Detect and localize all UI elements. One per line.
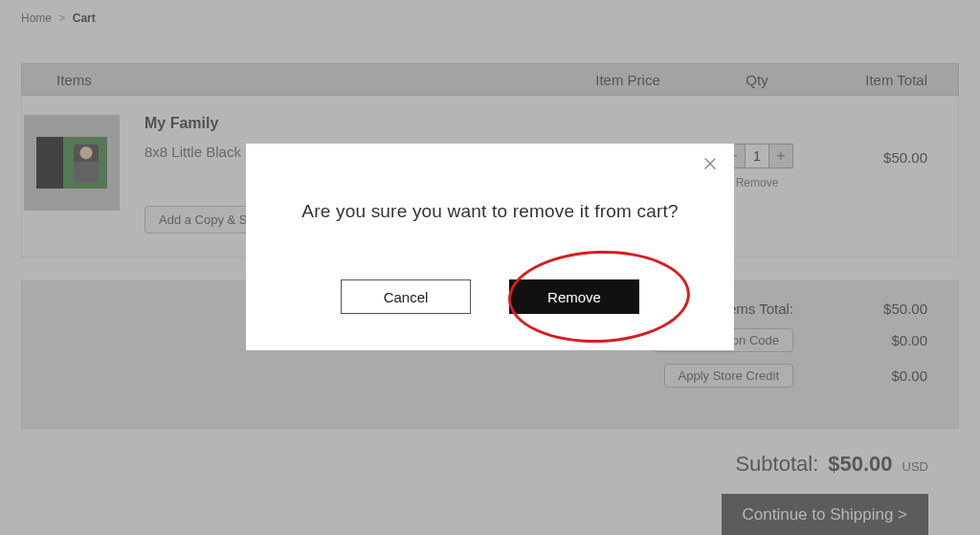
confirm-remove-dialog: Are you sure you want to remove it from … [246, 144, 734, 350]
remove-button[interactable]: Remove [509, 279, 639, 314]
modal-overlay[interactable]: Are you sure you want to remove it from … [0, 0, 980, 535]
close-icon[interactable] [702, 155, 721, 174]
dialog-message: Are you sure you want to remove it from … [273, 201, 707, 222]
cancel-button[interactable]: Cancel [341, 279, 471, 314]
